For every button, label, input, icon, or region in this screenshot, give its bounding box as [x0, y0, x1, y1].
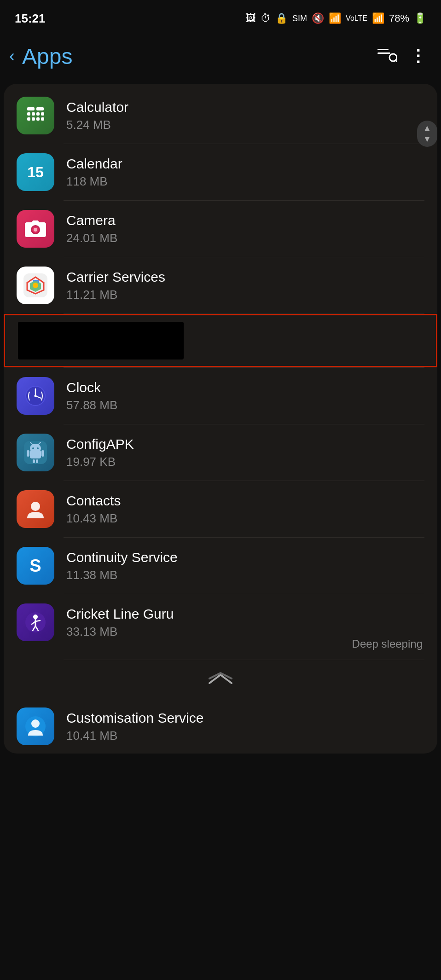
app-size: 5.24 MB — [66, 118, 424, 132]
app-info: Customisation Service 10.41 MB — [66, 710, 424, 743]
svg-point-34 — [37, 447, 39, 449]
redacted-content — [18, 322, 184, 360]
app-info: Calculator 5.24 MB — [66, 99, 424, 132]
contacts-icon — [17, 490, 54, 528]
app-name: Calculator — [66, 99, 424, 115]
list-item[interactable]: S Continuity Service 11.38 MB — [4, 538, 437, 594]
app-info: ConfigAPK 19.97 KB — [66, 436, 424, 469]
app-size: 33.13 MB — [66, 625, 424, 639]
gallery-icon: 🖼 — [246, 12, 256, 24]
app-info: Carrier Services 11.21 MB — [66, 269, 424, 302]
carrier-services-icon — [17, 267, 54, 304]
deep-sleeping-badge: Deep sleeping — [352, 638, 423, 650]
page-title: Apps — [22, 44, 72, 69]
app-size: 11.21 MB — [66, 288, 424, 302]
wifi-icon: 📶 — [329, 12, 341, 24]
header: ‹ Apps ⋮ — [0, 33, 441, 79]
app-info: Calendar 118 MB — [66, 156, 424, 189]
status-icons: 🖼 ⏱ 🔒 SIM 🔇 📶 VoLTE 📶 78% 🔋 — [246, 12, 426, 24]
app-info: Contacts 10.43 MB — [66, 493, 424, 526]
scroll-down-arrow[interactable]: ▼ — [423, 134, 431, 145]
svg-rect-29 — [27, 450, 29, 457]
app-size: 19.97 KB — [66, 455, 424, 469]
svg-point-37 — [31, 502, 40, 511]
nav-up-icon — [208, 671, 233, 689]
app-size: 10.41 MB — [66, 729, 424, 743]
battery-indicator: 78% — [389, 12, 409, 24]
header-actions: ⋮ — [377, 46, 426, 66]
continuity-icon: S — [17, 547, 54, 585]
svg-rect-1 — [377, 52, 390, 54]
app-info: Camera 24.01 MB — [66, 213, 424, 245]
bottom-nav-indicator[interactable] — [4, 660, 437, 698]
svg-rect-5 — [36, 107, 44, 110]
status-time: 15:21 — [15, 12, 46, 26]
svg-rect-6 — [27, 112, 30, 116]
calculator-icon — [17, 97, 54, 134]
app-name: Customisation Service — [66, 710, 424, 726]
mute-icon: 🔇 — [312, 12, 324, 24]
scroll-up-arrow[interactable]: ▲ — [423, 123, 431, 133]
app-size: 118 MB — [66, 174, 424, 189]
app-size: 10.43 MB — [66, 511, 424, 526]
list-item[interactable]: Camera 24.01 MB — [4, 201, 437, 257]
list-item[interactable]: Cricket Line Guru 33.13 MB Deep sleeping — [4, 594, 437, 660]
header-left: ‹ Apps — [9, 44, 72, 69]
list-item[interactable]: Contacts 10.43 MB — [4, 481, 437, 537]
app-name: Calendar — [66, 156, 424, 172]
svg-rect-7 — [32, 112, 35, 116]
app-size: 11.38 MB — [66, 568, 424, 582]
list-item[interactable]: Clock 57.88 MB — [4, 368, 437, 424]
more-options-button[interactable]: ⋮ — [410, 46, 426, 66]
app-size: 24.01 MB — [66, 231, 424, 245]
camera-icon — [17, 210, 54, 248]
signal-icon: 📶 — [372, 12, 384, 24]
svg-rect-30 — [41, 450, 44, 457]
app-name: ConfigAPK — [66, 436, 424, 452]
volte-icon: VoLTE — [346, 14, 367, 23]
lock-icon: 🔒 — [275, 12, 288, 24]
svg-rect-10 — [27, 117, 30, 121]
app-name: Cricket Line Guru — [66, 606, 424, 622]
back-button[interactable]: ‹ — [9, 46, 15, 66]
svg-rect-8 — [36, 112, 40, 116]
svg-rect-12 — [36, 117, 40, 121]
svg-rect-31 — [33, 459, 35, 463]
cricket-line-guru-icon — [17, 603, 54, 641]
app-name: Continuity Service — [66, 550, 424, 565]
list-item[interactable]: Calculator 5.24 MB — [4, 87, 437, 144]
redacted-list-item — [4, 314, 437, 367]
svg-rect-0 — [377, 49, 389, 50]
customisation-icon — [17, 707, 54, 745]
app-info: Clock 57.88 MB — [66, 380, 424, 412]
app-name: Camera — [66, 213, 424, 228]
app-list-container: ▲ ▼ Calculator 5.24 MB 15 — [4, 84, 437, 754]
clock-status-icon: ⏱ — [261, 12, 271, 24]
svg-point-46 — [31, 719, 40, 728]
svg-rect-4 — [27, 107, 35, 110]
svg-rect-13 — [41, 117, 44, 121]
svg-point-33 — [32, 447, 34, 449]
configapk-icon — [17, 434, 54, 471]
app-info: Continuity Service 11.38 MB — [66, 550, 424, 582]
battery-icon: 🔋 — [414, 12, 426, 24]
clock-icon — [17, 377, 54, 415]
svg-point-20 — [33, 283, 38, 288]
list-item[interactable]: Carrier Services 11.21 MB — [4, 257, 437, 313]
app-name: Contacts — [66, 493, 424, 509]
app-info: Cricket Line Guru 33.13 MB — [66, 606, 424, 639]
sim-icon: SIM — [292, 14, 307, 23]
svg-rect-11 — [32, 117, 35, 121]
list-item[interactable]: Customisation Service 10.41 MB — [4, 698, 437, 750]
svg-rect-9 — [41, 112, 44, 116]
calendar-icon: 15 — [17, 153, 54, 191]
list-item[interactable]: ConfigAPK 19.97 KB — [4, 424, 437, 481]
svg-rect-32 — [36, 459, 38, 463]
svg-rect-28 — [30, 450, 41, 458]
app-name: Clock — [66, 380, 424, 395]
list-item[interactable]: 15 Calendar 118 MB — [4, 144, 437, 200]
status-bar: 15:21 🖼 ⏱ 🔒 SIM 🔇 📶 VoLTE 📶 78% 🔋 — [0, 0, 441, 33]
search-filter-button[interactable] — [377, 47, 397, 65]
scroll-indicator[interactable]: ▲ ▼ — [417, 121, 437, 147]
app-name: Carrier Services — [66, 269, 424, 285]
